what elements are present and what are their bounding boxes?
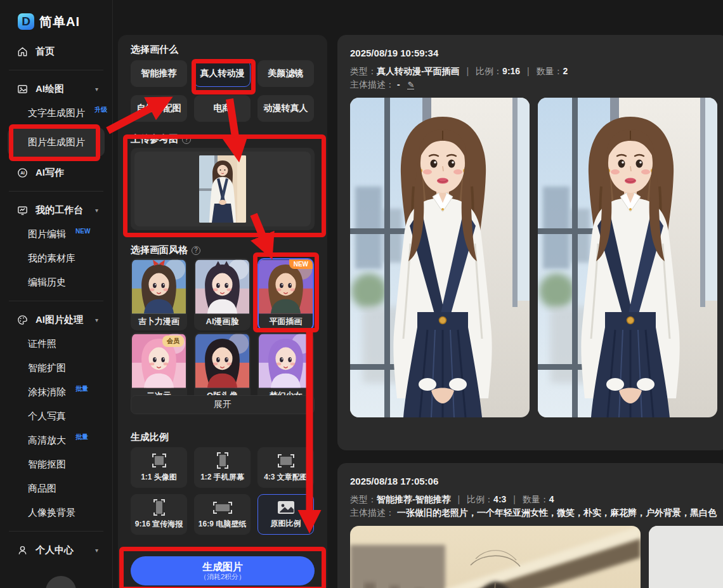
generated-image-2[interactable] [538, 98, 717, 417]
result-description: 主体描述： 一张做旧的老照片，一个年轻亚洲女性，微笑，朴实，麻花辫，户外背景，黑… [350, 506, 715, 519]
category-button-beauty-filter[interactable]: 美颜滤镜 [257, 60, 314, 87]
divider [9, 301, 103, 301]
style-card-2d-anime[interactable]: 会员 二次元 [131, 332, 187, 405]
home-icon [16, 46, 29, 58]
sidebar-item-text-to-image[interactable]: 文字生成图片 升级 [0, 101, 112, 125]
category-button-photo-to-anime[interactable]: 真人转动漫 [194, 60, 251, 87]
result-images [350, 98, 715, 417]
result-meta: 类型：智能推荐-智能推荐 | 比例：4:3 | 数量：4 [350, 493, 715, 506]
sidebar-item-image-edit[interactable]: 图片编辑 NEW [0, 222, 112, 246]
sidebar-item-edit-history[interactable]: 编辑历史 [0, 270, 112, 294]
ratio-16-9-icon [212, 499, 233, 516]
sidebar-nav: 首页 AI绘图 ▾ 文字生成图片 升级 图片生成图片 AI AI写作 我的工作台… [0, 39, 112, 562]
category-button-media-illustration[interactable]: 自媒体配图 [131, 95, 187, 122]
style-thumbnail [132, 259, 186, 314]
category-button-ecommerce[interactable]: 电商 [194, 95, 251, 122]
style-thumbnail [195, 334, 249, 388]
sidebar-item-product-image[interactable]: 商品图 [0, 476, 112, 500]
result-meta: 类型：真人转动漫-平面插画 | 比例：9:16 | 数量：2 [350, 65, 715, 78]
generated-image-old-photo-2[interactable] [649, 526, 723, 588]
sidebar-item-ai-writing[interactable]: AI AI写作 [0, 160, 112, 185]
ratio-tile-1-2[interactable]: 1:2 手机屏幕 [194, 447, 251, 488]
sidebar-item-personal-center[interactable]: 个人中心 ▾ [0, 538, 112, 562]
batch-badge: 批量 [75, 433, 88, 441]
category-row-2: 自媒体配图 电商 动漫转真人 [131, 95, 315, 122]
section-title-what: 选择画什么 [131, 44, 315, 56]
sidebar-item-smudge-erase[interactable]: 涂抹消除 批量 [0, 380, 112, 404]
sidebar-item-smart-expand[interactable]: 智能扩图 [0, 356, 112, 380]
category-button-smart-recommend[interactable]: 智能推荐 [131, 60, 187, 87]
style-grid: 吉卜力漫画 AI漫画脸 NEW 平面插画 会员 二次元 [131, 258, 315, 405]
original-ratio-icon [277, 500, 296, 515]
style-thumbnail [195, 259, 249, 314]
image-icon [16, 83, 29, 95]
sidebar-item-material-library[interactable]: 我的素材库 [0, 246, 112, 270]
style-card-flat-illustration[interactable]: NEW 平面插画 [257, 258, 314, 330]
expand-styles-button[interactable]: 展开 [131, 395, 315, 414]
style-thumbnail: 会员 [132, 334, 186, 388]
sidebar-item-workbench[interactable]: 我的工作台 ▾ [0, 198, 112, 222]
ratio-4-3-icon [276, 452, 296, 469]
style-card-ai-comic-face[interactable]: AI漫画脸 [194, 258, 251, 330]
divider [9, 191, 103, 192]
ratio-grid: 1:1 头像图 1:2 手机屏幕 4:3 文章配图 9:16 宣传海报 16:9… [131, 447, 315, 535]
sidebar-item-home[interactable]: 首页 [0, 39, 112, 63]
ratio-tile-16-9[interactable]: 16:9 电脑壁纸 [194, 494, 251, 535]
uploaded-reference-image[interactable] [199, 155, 246, 223]
result-card-1: 2025/08/19 10:59:34 类型：真人转动漫-平面插画 | 比例：9… [337, 35, 723, 450]
sidebar-item-ai-image-processing[interactable]: AI图片处理 ▾ [0, 308, 112, 332]
divider [9, 531, 103, 532]
svg-text:AI: AI [20, 171, 25, 175]
sidebar-item-personal-portrait[interactable]: 个人写真 [0, 404, 112, 428]
chevron-down-icon[interactable]: ▾ [95, 207, 98, 214]
category-row-1: 智能推荐 真人转动漫 美颜滤镜 [131, 60, 315, 87]
person-icon [16, 544, 29, 556]
monitor-chart-icon [16, 204, 29, 216]
result-description: 主体描述： - ✎ [350, 78, 715, 91]
app-logo[interactable]: D 简单AI [0, 0, 112, 33]
app-logo-icon: D [18, 13, 34, 30]
generated-image-1[interactable] [350, 98, 530, 417]
ratio-tile-original[interactable]: 原图比例 [257, 494, 314, 535]
palette-icon [16, 314, 29, 326]
vip-badge: 会员 [162, 336, 184, 347]
sidebar-item-id-photo[interactable]: 证件照 [0, 332, 112, 356]
help-icon[interactable]: ? [192, 246, 200, 255]
style-card-dreamy-girl[interactable]: 梦幻少女 [257, 332, 314, 405]
new-badge: NEW [75, 228, 90, 235]
ratio-tile-1-1[interactable]: 1:1 头像图 [131, 447, 187, 488]
divider [9, 70, 103, 70]
sidebar-item-smart-cutout[interactable]: 智能抠图 [0, 452, 112, 476]
section-title-upload: 上传参考图 ? [131, 133, 315, 145]
sidebar-item-label: AI绘图 [36, 83, 64, 95]
batch-badge: 批量 [75, 384, 88, 393]
generate-image-button[interactable]: 生成图片 （消耗2积分） [131, 556, 315, 585]
style-card-chibi-avatar[interactable]: Q版头像 [194, 332, 251, 405]
category-button-anime-to-photo[interactable]: 动漫转真人 [257, 95, 314, 122]
app-title: 简单AI [39, 13, 80, 30]
sidebar-item-hd-upscale[interactable]: 高清放大 批量 [0, 428, 112, 452]
ratio-1-1-icon [149, 452, 169, 469]
ratio-1-2-icon [212, 452, 233, 469]
chevron-down-icon[interactable]: ▾ [95, 86, 98, 93]
edit-description-icon[interactable]: ✎ [407, 81, 414, 89]
upload-dropzone[interactable] [131, 148, 315, 230]
ai-circle-icon: AI [16, 167, 29, 179]
style-card-ghibli[interactable]: 吉卜力漫画 [131, 258, 187, 330]
ratio-tile-9-16[interactable]: 9:16 宣传海报 [131, 494, 187, 535]
sidebar-item-ai-draw[interactable]: AI绘图 ▾ [0, 77, 112, 101]
sidebar-item-portrait-bg-replace[interactable]: 人像换背景 [0, 500, 112, 525]
sidebar: D 简单AI 首页 AI绘图 ▾ 文字生成图片 升级 图片生成图片 AI AI写… [0, 0, 113, 588]
chevron-down-icon[interactable]: ▾ [95, 317, 98, 323]
result-card-2: 2025/08/18 17:05:06 类型：智能推荐-智能推荐 | 比例：4:… [337, 463, 723, 588]
chevron-down-icon[interactable]: ▾ [95, 547, 98, 554]
sidebar-item-image-to-image[interactable]: 图片生成图片 [8, 127, 105, 157]
generation-panel: 选择画什么 智能推荐 真人转动漫 美颜滤镜 自媒体配图 电商 动漫转真人 上传参… [118, 35, 327, 588]
user-avatar[interactable] [46, 576, 76, 588]
style-thumbnail [259, 334, 313, 388]
help-icon[interactable]: ? [182, 135, 191, 144]
generated-image-old-photo-1[interactable] [350, 526, 641, 588]
sidebar-item-label: 首页 [36, 46, 55, 58]
style-thumbnail: NEW [259, 259, 313, 314]
ratio-tile-4-3[interactable]: 4:3 文章配图 [257, 447, 314, 488]
